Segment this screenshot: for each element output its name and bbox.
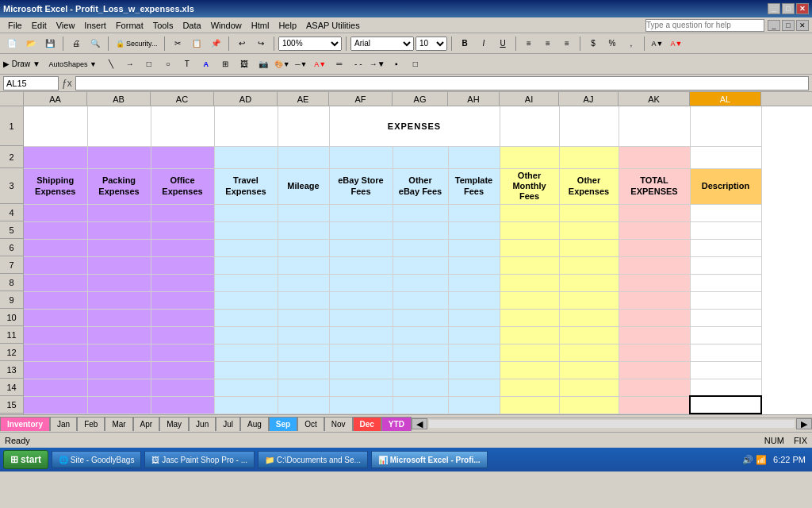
cell-ag5[interactable]: [393, 221, 448, 239]
cell-ad3[interactable]: TravelExpenses: [214, 168, 278, 204]
print-preview-button[interactable]: 🔍: [86, 36, 104, 52]
cell-af7[interactable]: [329, 256, 393, 274]
cell-ab14[interactable]: [87, 379, 151, 396]
cell-aa9[interactable]: [24, 291, 87, 309]
cell-ab5[interactable]: [87, 221, 151, 239]
tab-jan[interactable]: Jan: [50, 417, 77, 431]
cell-ab8[interactable]: [87, 274, 151, 291]
cell-af14[interactable]: [329, 379, 393, 396]
formula-input[interactable]: [75, 76, 809, 90]
cell-al10[interactable]: [690, 309, 761, 326]
cell-ak2[interactable]: [619, 146, 690, 168]
cell-aa11[interactable]: [24, 326, 87, 344]
linecolor-button[interactable]: ─▼: [293, 56, 310, 72]
tab-jul[interactable]: Jul: [216, 417, 240, 431]
cell-ag15[interactable]: [393, 396, 448, 414]
cell-al5[interactable]: [690, 221, 761, 239]
cell-ak5[interactable]: [619, 221, 690, 239]
cell-ac1[interactable]: [151, 106, 214, 146]
auto-shapes-button[interactable]: AutoShapes ▼: [45, 56, 101, 72]
cell-ae15[interactable]: [278, 396, 329, 414]
cell-ae1[interactable]: [278, 106, 329, 146]
cell-aj1[interactable]: [559, 106, 619, 146]
cell-aj8[interactable]: [559, 274, 619, 291]
cell-aa8[interactable]: [24, 274, 87, 291]
row-header-15[interactable]: 15: [0, 396, 23, 414]
cell-ah7[interactable]: [448, 256, 500, 274]
menu-file[interactable]: File: [3, 19, 27, 32]
fontcolor2-button[interactable]: A▼: [312, 56, 329, 72]
cell-al1[interactable]: [690, 106, 761, 146]
cell-ad1[interactable]: [214, 106, 278, 146]
cell-ah11[interactable]: [448, 326, 500, 344]
row-header-6[interactable]: 6: [0, 239, 23, 256]
col-header-aj[interactable]: AJ: [559, 92, 619, 106]
cell-aa10[interactable]: [24, 309, 87, 326]
cell-ai7[interactable]: [500, 256, 559, 274]
cell-aj7[interactable]: [559, 256, 619, 274]
cell-ae10[interactable]: [278, 309, 329, 326]
cell-aa1[interactable]: [24, 106, 87, 146]
col-header-aa[interactable]: AA: [24, 92, 87, 106]
cell-ah9[interactable]: [448, 291, 500, 309]
cell-ad13[interactable]: [214, 361, 278, 379]
menu-data[interactable]: Data: [178, 19, 205, 32]
cell-ae6[interactable]: [278, 239, 329, 256]
col-header-ac[interactable]: AC: [151, 92, 214, 106]
font-select[interactable]: Arial: [350, 37, 414, 51]
cell-ah5[interactable]: [448, 221, 500, 239]
cell-aa14[interactable]: [24, 379, 87, 396]
cut-button[interactable]: ✂: [169, 36, 186, 52]
redo-button[interactable]: ↪: [252, 36, 270, 52]
paste-button[interactable]: 📌: [207, 36, 224, 52]
cell-ac7[interactable]: [151, 256, 214, 274]
zoom-select[interactable]: 100% 75% 50%: [278, 37, 342, 51]
horizontal-scrollbar[interactable]: ◀ ▶: [412, 418, 812, 430]
cell-aj14[interactable]: [559, 379, 619, 396]
cell-ac3[interactable]: OfficeExpenses: [151, 168, 214, 204]
cell-aa2[interactable]: [24, 146, 87, 168]
menu-view[interactable]: View: [52, 19, 80, 32]
cell-ai2[interactable]: [500, 146, 559, 168]
tab-may[interactable]: May: [159, 417, 189, 431]
cell-ac14[interactable]: [151, 379, 214, 396]
cell-af13[interactable]: [329, 361, 393, 379]
menu-help[interactable]: Help: [274, 19, 301, 32]
open-button[interactable]: 📂: [22, 36, 40, 52]
new-button[interactable]: 📄: [3, 36, 21, 52]
cell-ai6[interactable]: [500, 239, 559, 256]
row-header-1[interactable]: 1: [0, 106, 23, 146]
row-header-10[interactable]: 10: [0, 309, 23, 326]
cell-af10[interactable]: [329, 309, 393, 326]
cell-ai12[interactable]: [500, 344, 559, 361]
cell-ad15[interactable]: [214, 396, 278, 414]
cell-ac12[interactable]: [151, 344, 214, 361]
scroll-right-button[interactable]: ▶: [796, 418, 812, 429]
cell-af2[interactable]: [329, 146, 393, 168]
cell-ag9[interactable]: [393, 291, 448, 309]
underline-button[interactable]: U: [494, 36, 511, 52]
cell-ab9[interactable]: [87, 291, 151, 309]
cell-ak6[interactable]: [619, 239, 690, 256]
cell-ab11[interactable]: [87, 326, 151, 344]
menu-window[interactable]: Window: [206, 19, 247, 32]
cell-ac6[interactable]: [151, 239, 214, 256]
cell-ab12[interactable]: [87, 344, 151, 361]
cell-af4[interactable]: [329, 204, 393, 221]
col-header-ag[interactable]: AG: [393, 92, 448, 106]
taskbar-item-goodlybags[interactable]: 🌐 Site - GoodlyBags: [52, 451, 141, 468]
cell-ai13[interactable]: [500, 361, 559, 379]
cell-al8[interactable]: [690, 274, 761, 291]
cell-ae9[interactable]: [278, 291, 329, 309]
cell-ad4[interactable]: [214, 204, 278, 221]
tab-jun[interactable]: Jun: [189, 417, 216, 431]
cell-aa12[interactable]: [24, 344, 87, 361]
cell-aj2[interactable]: [559, 146, 619, 168]
cell-aj3[interactable]: OtherExpenses: [559, 168, 619, 204]
cell-aa6[interactable]: [24, 239, 87, 256]
cell-ak9[interactable]: [619, 291, 690, 309]
cell-aj4[interactable]: [559, 204, 619, 221]
scroll-left-button[interactable]: ◀: [412, 418, 427, 429]
menu-format[interactable]: Format: [111, 19, 148, 32]
cell-ac5[interactable]: [151, 221, 214, 239]
